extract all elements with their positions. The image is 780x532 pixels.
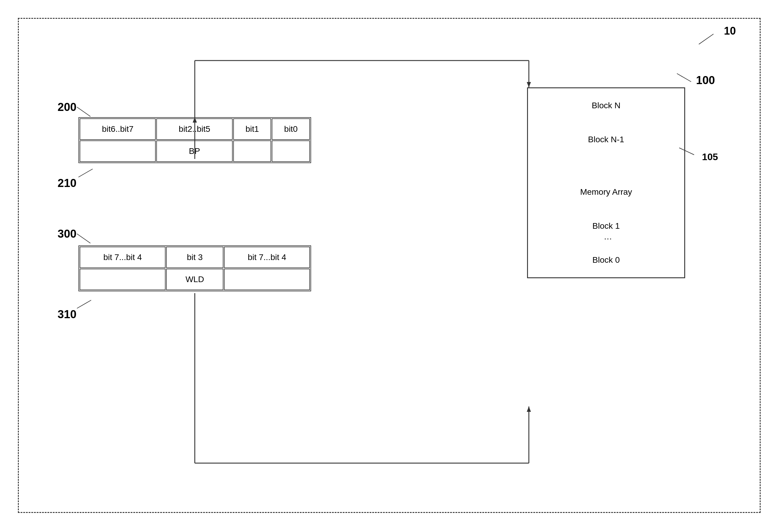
bp-row1-col3: bit1	[233, 118, 272, 140]
bp-row2-col2: BP	[156, 140, 232, 162]
svg-marker-9	[527, 406, 531, 412]
block-0: Block 0	[529, 243, 684, 277]
ref-210-label: 210	[58, 177, 77, 190]
wld-row1-col1: bit 7...bit 4	[80, 247, 165, 268]
wld-row1-col2: bit 3	[166, 247, 224, 268]
wld-row2-col3	[224, 269, 310, 290]
memory-array-container: Block N Block N-1 Memory Array Block 1 B…	[527, 87, 685, 278]
block-n-minus-1: Block N-1	[529, 123, 684, 156]
ref-100-label: 100	[696, 74, 715, 87]
wld-table: bit 7...bit 4 bit 3 bit 7...bit 4 WLD	[79, 245, 311, 291]
wld-row2-col1	[80, 269, 165, 290]
ref-300-label: 300	[58, 228, 77, 240]
block-n: Block N	[529, 89, 684, 122]
ref-10-label: 10	[724, 25, 736, 37]
ref-200-label: 200	[58, 101, 77, 114]
ref-310-line	[77, 300, 92, 309]
memory-array-label: Memory Array	[529, 175, 684, 209]
ref-300-line	[77, 234, 90, 243]
ref-10-line	[698, 34, 714, 44]
outer-diagram-container: 10 200 bit6..bit7 bit2..bit5 bit1 bit0 B…	[18, 18, 761, 513]
bp-table: bit6..bit7 bit2..bit5 bit1 bit0 BP	[79, 117, 311, 163]
bp-row2-col1	[80, 140, 156, 162]
wld-row1-col3: bit 7...bit 4	[224, 247, 310, 268]
bp-row1-col1: bit6..bit7	[80, 118, 156, 140]
bp-row1-col2: bit2..bit5	[156, 118, 232, 140]
memory-array-table: Block N Block N-1 Memory Array Block 1 B…	[527, 87, 685, 278]
ref-310-label: 310	[58, 308, 77, 321]
bp-row2-col3	[233, 140, 272, 162]
bp-register-table: bit6..bit7 bit2..bit5 bit1 bit0 BP	[79, 117, 311, 163]
wld-register-table: bit 7...bit 4 bit 3 bit 7...bit 4 WLD	[79, 245, 311, 291]
svg-marker-5	[527, 82, 531, 87]
dots-separator	[529, 157, 684, 175]
ref-210-line	[79, 169, 93, 178]
wld-row2-col2: WLD	[166, 269, 224, 290]
ref-105-label: 105	[702, 151, 718, 162]
bp-row1-col4: bit0	[272, 118, 310, 140]
bp-row2-col4	[272, 140, 310, 162]
block-1: Block 1	[529, 209, 684, 243]
ref-100-line	[677, 74, 691, 82]
ref-200-line	[77, 107, 90, 116]
